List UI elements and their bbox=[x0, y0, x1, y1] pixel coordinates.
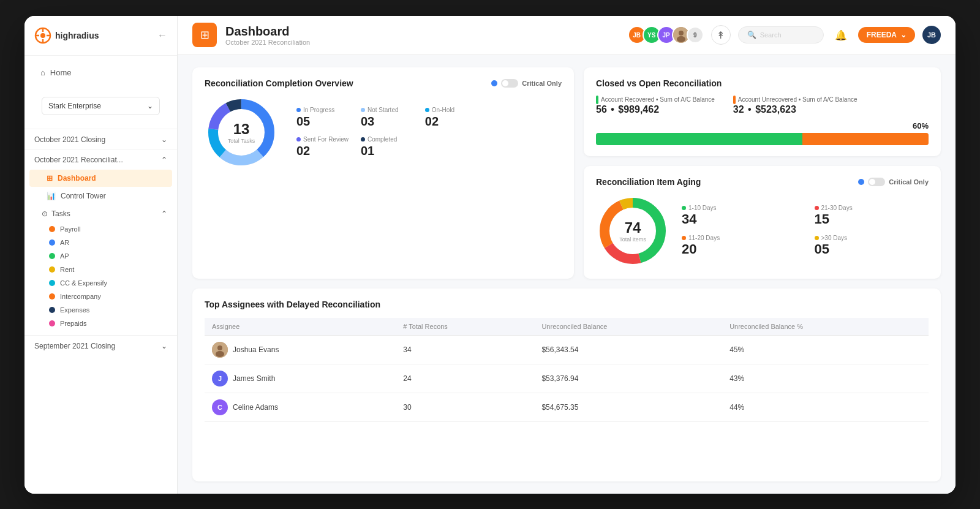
task-item-ar[interactable]: AR bbox=[24, 236, 177, 249]
sent-review-dot bbox=[296, 137, 301, 141]
sidebar: highradius ← ⌂ Home Stark Enterprise ⌄ O… bbox=[24, 16, 178, 494]
sidebar-item-tasks[interactable]: ⊙ Tasks ⌃ bbox=[24, 205, 177, 222]
assignee-1-recons: 34 bbox=[396, 335, 534, 364]
aging-11-20-label: 11-20 Days bbox=[682, 235, 796, 241]
tasks-check-icon: ⊙ bbox=[42, 209, 48, 218]
search-placeholder: Search bbox=[760, 31, 782, 39]
sidebar-section-oct-recon-header[interactable]: October 2021 Reconciliat... ⌃ bbox=[24, 149, 177, 169]
assignee-3-balance: $54,675.35 bbox=[534, 393, 722, 421]
sidebar-item-control-tower[interactable]: 📊 Control Tower bbox=[29, 187, 172, 205]
search-icon: 🔍 bbox=[747, 31, 756, 39]
notification-button[interactable]: 🔔 bbox=[831, 25, 851, 45]
freeda-chevron: ⌄ bbox=[900, 31, 907, 39]
critical-only-toggle[interactable]: Critical Only bbox=[491, 79, 562, 88]
topbar-icon: ⊞ bbox=[192, 23, 217, 47]
avatar-group: JB YS JP 9 bbox=[628, 26, 704, 44]
recon-completion-card: Reconciliation Completion Overview Criti… bbox=[192, 67, 574, 279]
stat-not-started-value: 03 bbox=[361, 115, 413, 129]
aging-stat-11-20: 11-20 Days 20 bbox=[682, 235, 796, 257]
sidebar-section-oct-closing-header[interactable]: October 2021 Closing ⌄ bbox=[24, 129, 177, 149]
stat-on-hold-label: On-Hold bbox=[425, 107, 477, 113]
prepaids-label: Prepaids bbox=[60, 320, 86, 327]
aging-toggle-dot bbox=[858, 179, 864, 185]
task-item-cc[interactable]: CC & Expensify bbox=[24, 276, 177, 290]
enterprise-label: Stark Enterprise bbox=[48, 102, 101, 110]
col-assignee: Assignee bbox=[205, 318, 396, 336]
joshua-photo bbox=[212, 342, 228, 358]
task-item-ap[interactable]: AP bbox=[24, 249, 177, 263]
svg-point-9 bbox=[677, 36, 685, 42]
col-balance: Unreconciled Balance bbox=[534, 318, 722, 336]
aging-title-row: Reconciliation Item Aging Critical Only bbox=[596, 177, 929, 187]
toggle-switch[interactable] bbox=[501, 79, 518, 88]
assignee-cell: C Celine Adams bbox=[205, 393, 396, 421]
aging-donut: 74 Total Items bbox=[596, 194, 669, 268]
task-item-payroll[interactable]: Payroll bbox=[24, 222, 177, 236]
sidebar-section-oct-recon: October 2021 Reconciliat... ⌃ ⊞ Dashboar… bbox=[24, 149, 177, 330]
aging-gt30-label: >30 Days bbox=[815, 235, 929, 241]
aging-1-10-value: 34 bbox=[682, 211, 796, 227]
assignee-1: Joshua Evans bbox=[212, 342, 388, 358]
task-item-rent[interactable]: Rent bbox=[24, 263, 177, 276]
user-avatar[interactable]: JB bbox=[922, 26, 941, 44]
enterprise-selector[interactable]: Stark Enterprise ⌄ bbox=[42, 97, 160, 115]
progress-bar-container: 60% bbox=[596, 121, 929, 145]
task-item-expenses[interactable]: Expenses bbox=[24, 303, 177, 317]
sidebar-section-sep-closing-header[interactable]: September 2021 Closing ⌄ bbox=[24, 336, 177, 355]
grid-icon: ⊞ bbox=[47, 174, 53, 183]
rent-dot bbox=[49, 266, 55, 273]
control-tower-label: Control Tower bbox=[61, 192, 106, 200]
closed-open-legends: Account Recovered • Sum of A/C Balance 5… bbox=[596, 96, 929, 115]
assignees-card: Top Assignees with Delayed Reconciliatio… bbox=[192, 288, 941, 481]
sidebar-section-sep-closing: September 2021 Closing ⌄ bbox=[24, 335, 177, 355]
sidebar-item-dashboard[interactable]: ⊞ Dashboard bbox=[29, 170, 172, 187]
expenses-dot bbox=[49, 307, 55, 313]
table-row: Joshua Evans 34 $56,343.54 45% bbox=[205, 335, 929, 364]
rent-label: Rent bbox=[60, 266, 74, 273]
freeda-button[interactable]: FREEDA ⌄ bbox=[858, 27, 915, 43]
recovered-bar-indicator bbox=[596, 96, 598, 104]
intercompany-label: Intercompany bbox=[60, 293, 101, 300]
legend-recovered-label: Account Recovered • Sum of A/C Balance bbox=[596, 96, 715, 104]
aging-toggle-switch[interactable] bbox=[868, 178, 885, 186]
cc-dot bbox=[49, 280, 55, 286]
stat-completed: Completed 01 bbox=[361, 136, 413, 158]
main-content: ⊞ Dashboard October 2021 Reconciliation … bbox=[178, 16, 956, 494]
page-title: Dashboard bbox=[225, 25, 310, 39]
chevron-up-icon: ⌃ bbox=[161, 209, 167, 218]
assignee-1-balance-pct: 45% bbox=[722, 335, 929, 364]
task-item-intercompany[interactable]: Intercompany bbox=[24, 290, 177, 303]
task-item-prepaids[interactable]: Prepaids bbox=[24, 317, 177, 330]
logo-icon bbox=[34, 27, 51, 44]
stat-sent-review-label: Sent For Review bbox=[296, 136, 349, 143]
payroll-label: Payroll bbox=[60, 225, 81, 233]
share-button[interactable]: ↟ bbox=[711, 25, 731, 45]
total-items-value: 74 bbox=[619, 219, 646, 236]
col-balance-pct: Unreconciled Balance % bbox=[722, 318, 929, 336]
stat-not-started-label: Not Started bbox=[361, 107, 413, 113]
aging-11-20-value: 20 bbox=[682, 241, 796, 257]
aging-toggle[interactable]: Critical Only bbox=[858, 178, 929, 186]
chart-icon: 📊 bbox=[47, 192, 56, 200]
sep-closing-label: September 2021 Closing bbox=[34, 342, 115, 350]
oct-closing-label: October 2021 Closing bbox=[34, 135, 105, 144]
sidebar-item-home[interactable]: ⌂ Home bbox=[34, 63, 167, 82]
chevron-down-icon: ⌄ bbox=[161, 342, 167, 350]
avatar-count[interactable]: 9 bbox=[687, 26, 704, 43]
closed-open-title: Closed vs Open Reconciliation bbox=[596, 78, 722, 88]
sidebar-home-label: Home bbox=[50, 68, 72, 77]
recon-completion-title-row: Reconciliation Completion Overview Criti… bbox=[205, 78, 562, 88]
aging-1-10-label: 1-10 Days bbox=[682, 205, 796, 211]
back-button[interactable]: ← bbox=[157, 30, 167, 41]
assignee-2-name: James Smith bbox=[233, 374, 275, 383]
closed-vs-open-card: Closed vs Open Reconciliation Account Re… bbox=[584, 67, 941, 156]
topbar-right: JB YS JP 9 ↟ 🔍 Search bbox=[628, 25, 941, 45]
assignee-cell: J James Smith bbox=[205, 364, 396, 393]
aging-gt30-value: 05 bbox=[815, 241, 929, 257]
dashboard-label: Dashboard bbox=[58, 174, 96, 183]
assignee-2-recons: 24 bbox=[396, 364, 534, 393]
freeda-label: FREEDA bbox=[867, 31, 897, 39]
search-box[interactable]: 🔍 Search bbox=[738, 26, 824, 43]
donut-center: 13 Total Tasks bbox=[228, 121, 255, 144]
aging-body: 74 Total Items 1-10 Days bbox=[596, 194, 929, 268]
